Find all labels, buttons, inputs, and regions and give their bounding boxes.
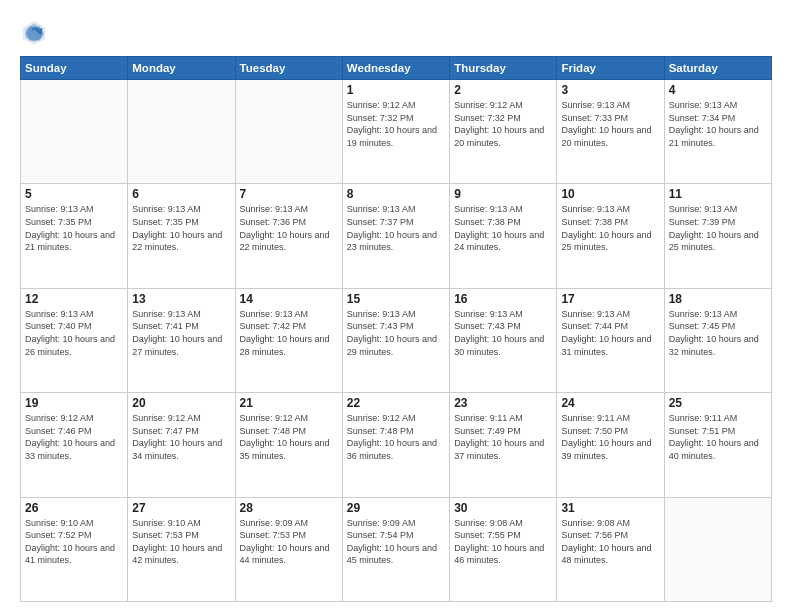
- calendar-cell: [664, 497, 771, 601]
- day-number: 8: [347, 187, 445, 201]
- calendar-cell: 7Sunrise: 9:13 AM Sunset: 7:36 PM Daylig…: [235, 184, 342, 288]
- day-detail: Sunrise: 9:10 AM Sunset: 7:52 PM Dayligh…: [25, 517, 123, 567]
- calendar-cell: 19Sunrise: 9:12 AM Sunset: 7:46 PM Dayli…: [21, 393, 128, 497]
- day-number: 9: [454, 187, 552, 201]
- calendar-cell: 12Sunrise: 9:13 AM Sunset: 7:40 PM Dayli…: [21, 288, 128, 392]
- calendar-day-header: Saturday: [664, 57, 771, 80]
- day-number: 7: [240, 187, 338, 201]
- calendar-week-row: 26Sunrise: 9:10 AM Sunset: 7:52 PM Dayli…: [21, 497, 772, 601]
- calendar-cell: 10Sunrise: 9:13 AM Sunset: 7:38 PM Dayli…: [557, 184, 664, 288]
- calendar-cell: 27Sunrise: 9:10 AM Sunset: 7:53 PM Dayli…: [128, 497, 235, 601]
- calendar-cell: [235, 80, 342, 184]
- calendar-cell: [128, 80, 235, 184]
- calendar-cell: 2Sunrise: 9:12 AM Sunset: 7:32 PM Daylig…: [450, 80, 557, 184]
- calendar-cell: 13Sunrise: 9:13 AM Sunset: 7:41 PM Dayli…: [128, 288, 235, 392]
- day-number: 3: [561, 83, 659, 97]
- calendar-day-header: Friday: [557, 57, 664, 80]
- calendar-cell: 17Sunrise: 9:13 AM Sunset: 7:44 PM Dayli…: [557, 288, 664, 392]
- calendar-cell: 26Sunrise: 9:10 AM Sunset: 7:52 PM Dayli…: [21, 497, 128, 601]
- calendar-cell: 23Sunrise: 9:11 AM Sunset: 7:49 PM Dayli…: [450, 393, 557, 497]
- day-number: 5: [25, 187, 123, 201]
- calendar-day-header: Thursday: [450, 57, 557, 80]
- day-detail: Sunrise: 9:13 AM Sunset: 7:34 PM Dayligh…: [669, 99, 767, 149]
- calendar-table: SundayMondayTuesdayWednesdayThursdayFrid…: [20, 56, 772, 602]
- calendar-cell: 1Sunrise: 9:12 AM Sunset: 7:32 PM Daylig…: [342, 80, 449, 184]
- day-number: 31: [561, 501, 659, 515]
- day-detail: Sunrise: 9:12 AM Sunset: 7:32 PM Dayligh…: [454, 99, 552, 149]
- calendar-week-row: 1Sunrise: 9:12 AM Sunset: 7:32 PM Daylig…: [21, 80, 772, 184]
- day-detail: Sunrise: 9:13 AM Sunset: 7:36 PM Dayligh…: [240, 203, 338, 253]
- day-number: 23: [454, 396, 552, 410]
- day-detail: Sunrise: 9:12 AM Sunset: 7:46 PM Dayligh…: [25, 412, 123, 462]
- header: [20, 18, 772, 46]
- calendar-header-row: SundayMondayTuesdayWednesdayThursdayFrid…: [21, 57, 772, 80]
- calendar-cell: 6Sunrise: 9:13 AM Sunset: 7:35 PM Daylig…: [128, 184, 235, 288]
- day-detail: Sunrise: 9:13 AM Sunset: 7:40 PM Dayligh…: [25, 308, 123, 358]
- day-number: 14: [240, 292, 338, 306]
- calendar-cell: 22Sunrise: 9:12 AM Sunset: 7:48 PM Dayli…: [342, 393, 449, 497]
- day-detail: Sunrise: 9:11 AM Sunset: 7:50 PM Dayligh…: [561, 412, 659, 462]
- calendar-cell: 9Sunrise: 9:13 AM Sunset: 7:38 PM Daylig…: [450, 184, 557, 288]
- day-detail: Sunrise: 9:09 AM Sunset: 7:54 PM Dayligh…: [347, 517, 445, 567]
- day-detail: Sunrise: 9:11 AM Sunset: 7:49 PM Dayligh…: [454, 412, 552, 462]
- day-number: 6: [132, 187, 230, 201]
- calendar-cell: 5Sunrise: 9:13 AM Sunset: 7:35 PM Daylig…: [21, 184, 128, 288]
- day-number: 2: [454, 83, 552, 97]
- calendar-cell: 21Sunrise: 9:12 AM Sunset: 7:48 PM Dayli…: [235, 393, 342, 497]
- calendar-cell: 18Sunrise: 9:13 AM Sunset: 7:45 PM Dayli…: [664, 288, 771, 392]
- calendar-cell: 20Sunrise: 9:12 AM Sunset: 7:47 PM Dayli…: [128, 393, 235, 497]
- calendar-week-row: 12Sunrise: 9:13 AM Sunset: 7:40 PM Dayli…: [21, 288, 772, 392]
- calendar-cell: 8Sunrise: 9:13 AM Sunset: 7:37 PM Daylig…: [342, 184, 449, 288]
- day-number: 15: [347, 292, 445, 306]
- calendar-cell: 3Sunrise: 9:13 AM Sunset: 7:33 PM Daylig…: [557, 80, 664, 184]
- day-number: 29: [347, 501, 445, 515]
- day-number: 21: [240, 396, 338, 410]
- calendar-cell: 4Sunrise: 9:13 AM Sunset: 7:34 PM Daylig…: [664, 80, 771, 184]
- calendar-cell: 29Sunrise: 9:09 AM Sunset: 7:54 PM Dayli…: [342, 497, 449, 601]
- calendar-cell: 11Sunrise: 9:13 AM Sunset: 7:39 PM Dayli…: [664, 184, 771, 288]
- day-number: 19: [25, 396, 123, 410]
- day-detail: Sunrise: 9:13 AM Sunset: 7:43 PM Dayligh…: [454, 308, 552, 358]
- day-detail: Sunrise: 9:10 AM Sunset: 7:53 PM Dayligh…: [132, 517, 230, 567]
- day-detail: Sunrise: 9:13 AM Sunset: 7:37 PM Dayligh…: [347, 203, 445, 253]
- day-number: 13: [132, 292, 230, 306]
- day-number: 28: [240, 501, 338, 515]
- day-number: 27: [132, 501, 230, 515]
- logo-icon: [20, 18, 48, 46]
- day-detail: Sunrise: 9:12 AM Sunset: 7:32 PM Dayligh…: [347, 99, 445, 149]
- day-number: 16: [454, 292, 552, 306]
- calendar-day-header: Tuesday: [235, 57, 342, 80]
- day-detail: Sunrise: 9:09 AM Sunset: 7:53 PM Dayligh…: [240, 517, 338, 567]
- day-detail: Sunrise: 9:11 AM Sunset: 7:51 PM Dayligh…: [669, 412, 767, 462]
- day-detail: Sunrise: 9:13 AM Sunset: 7:35 PM Dayligh…: [25, 203, 123, 253]
- calendar-day-header: Wednesday: [342, 57, 449, 80]
- calendar-day-header: Monday: [128, 57, 235, 80]
- day-detail: Sunrise: 9:13 AM Sunset: 7:33 PM Dayligh…: [561, 99, 659, 149]
- day-number: 25: [669, 396, 767, 410]
- day-detail: Sunrise: 9:12 AM Sunset: 7:48 PM Dayligh…: [347, 412, 445, 462]
- calendar-cell: 15Sunrise: 9:13 AM Sunset: 7:43 PM Dayli…: [342, 288, 449, 392]
- day-detail: Sunrise: 9:13 AM Sunset: 7:38 PM Dayligh…: [561, 203, 659, 253]
- calendar-cell: 25Sunrise: 9:11 AM Sunset: 7:51 PM Dayli…: [664, 393, 771, 497]
- calendar-cell: 30Sunrise: 9:08 AM Sunset: 7:55 PM Dayli…: [450, 497, 557, 601]
- logo: [20, 18, 52, 46]
- calendar-week-row: 19Sunrise: 9:12 AM Sunset: 7:46 PM Dayli…: [21, 393, 772, 497]
- calendar-cell: 24Sunrise: 9:11 AM Sunset: 7:50 PM Dayli…: [557, 393, 664, 497]
- day-number: 17: [561, 292, 659, 306]
- page: SundayMondayTuesdayWednesdayThursdayFrid…: [0, 0, 792, 612]
- day-detail: Sunrise: 9:12 AM Sunset: 7:47 PM Dayligh…: [132, 412, 230, 462]
- calendar-week-row: 5Sunrise: 9:13 AM Sunset: 7:35 PM Daylig…: [21, 184, 772, 288]
- day-number: 10: [561, 187, 659, 201]
- day-detail: Sunrise: 9:08 AM Sunset: 7:56 PM Dayligh…: [561, 517, 659, 567]
- day-number: 30: [454, 501, 552, 515]
- day-number: 4: [669, 83, 767, 97]
- day-number: 12: [25, 292, 123, 306]
- day-detail: Sunrise: 9:13 AM Sunset: 7:43 PM Dayligh…: [347, 308, 445, 358]
- day-detail: Sunrise: 9:12 AM Sunset: 7:48 PM Dayligh…: [240, 412, 338, 462]
- day-detail: Sunrise: 9:13 AM Sunset: 7:41 PM Dayligh…: [132, 308, 230, 358]
- day-number: 18: [669, 292, 767, 306]
- day-number: 11: [669, 187, 767, 201]
- day-detail: Sunrise: 9:13 AM Sunset: 7:35 PM Dayligh…: [132, 203, 230, 253]
- day-number: 1: [347, 83, 445, 97]
- day-number: 24: [561, 396, 659, 410]
